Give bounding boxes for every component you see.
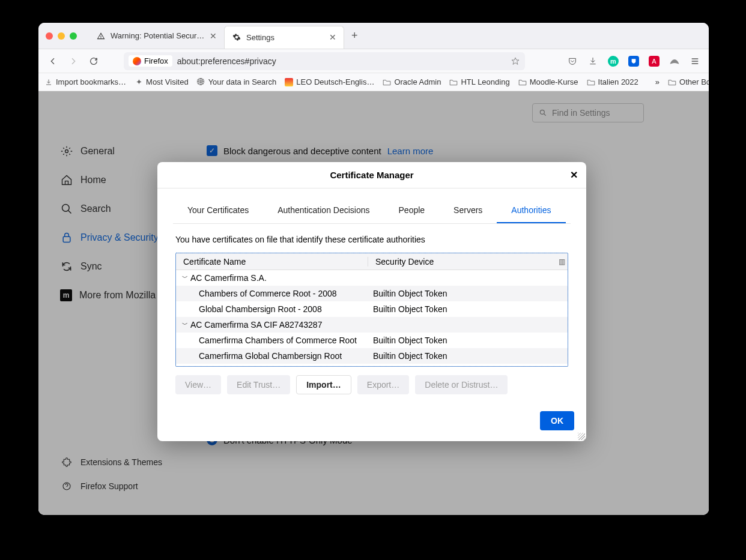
extension-bitwarden-icon[interactable] (626, 53, 641, 69)
bookmark-label: HTL Leonding (461, 77, 509, 86)
titlebar: Warning: Potential Security Risk ✕ Setti… (38, 23, 709, 49)
cert-name: Global Chambersign Root - 2008 (199, 304, 322, 314)
close-tab-icon[interactable]: ✕ (329, 32, 336, 42)
folder-icon (587, 78, 595, 86)
import-button[interactable]: Import… (296, 375, 351, 394)
tab-authorities[interactable]: Authorities (497, 198, 565, 223)
delete-button[interactable]: Delete or Distrust… (415, 375, 508, 394)
navigation-bar: Firefox about:preferences#privacy m A (38, 49, 709, 73)
extension-angular-icon[interactable]: A (646, 53, 662, 69)
column-picker-icon[interactable]: ▥ (559, 257, 565, 266)
cert-row[interactable]: Camerfirma Chambers of Commerce Root Bui… (176, 333, 568, 348)
tab-auth-decisions[interactable]: Authentication Decisions (263, 198, 384, 223)
bookmark-most-visited[interactable]: ✦Most Visited (135, 77, 189, 86)
bookmark-label: Italien 2022 (598, 77, 638, 86)
account-icon[interactable]: m (605, 53, 621, 69)
bookmark-label: Most Visited (146, 77, 189, 86)
firefox-badge: Firefox (129, 55, 172, 67)
url-bar[interactable]: Firefox about:preferences#privacy (124, 52, 525, 70)
bookmark-moodle[interactable]: Moodle-Kurse (518, 77, 578, 86)
close-window-button[interactable] (46, 32, 53, 40)
certificate-manager-dialog: Certificate Manager ✕ Your Certificates … (157, 162, 586, 441)
dialog-actions: View… Edit Trust… Import… Export… Delete… (175, 367, 568, 394)
edit-trust-button[interactable]: Edit Trust… (227, 375, 290, 394)
cert-device: Builtin Object Token (373, 351, 447, 361)
new-tab-button[interactable]: + (344, 29, 365, 42)
bookmark-label: Moodle-Kurse (530, 77, 578, 86)
bookmark-label: Other Bookmarks (679, 77, 709, 86)
tab-people[interactable]: People (384, 198, 440, 223)
certificate-table: Certificate Name Security Device ▥ ﹀AC C… (175, 253, 568, 367)
bookmarks-bar: Import bookmarks… ✦Most Visited 🌐︎Your d… (38, 73, 709, 91)
import-icon (44, 78, 53, 86)
other-bookmarks[interactable]: Other Bookmarks (668, 77, 709, 86)
globe-icon: 🌐︎ (197, 78, 205, 86)
tab-settings[interactable]: Settings ✕ (224, 26, 344, 49)
cert-group-row[interactable]: ﹀AC Camerfirma S.A. (176, 270, 568, 286)
cert-name: Camerfirma Chambers of Commerce Root (199, 336, 357, 345)
tab-servers[interactable]: Servers (439, 198, 497, 223)
ok-button[interactable]: OK (540, 411, 574, 430)
menu-button[interactable] (687, 53, 703, 69)
bookmarks-overflow[interactable]: » (655, 77, 660, 86)
resize-handle-icon[interactable] (578, 433, 585, 440)
bookmark-star-icon[interactable] (511, 56, 520, 66)
gear-icon (232, 32, 241, 42)
chevron-right-icon: » (655, 77, 660, 86)
maximize-window-button[interactable] (70, 32, 77, 40)
bookmark-import[interactable]: Import bookmarks… (44, 77, 126, 86)
leo-icon (285, 78, 293, 86)
tab-your-certs[interactable]: Your Certificates (173, 198, 263, 223)
window-controls (46, 32, 77, 40)
cert-name: AC Camerfirma S.A. (190, 273, 267, 283)
url-text: about:preferences#privacy (177, 56, 276, 66)
cert-name: AC Camerfirma SA CIF A82743287 (190, 320, 322, 330)
chevron-down-icon[interactable]: ﹀ (181, 274, 189, 282)
warning-icon (96, 31, 106, 41)
bookmark-label: Oracle Admin (394, 77, 441, 86)
cert-group-row[interactable]: ﹀AC Camerfirma SA CIF A82743287 (176, 317, 568, 333)
bookmark-htl[interactable]: HTL Leonding (449, 77, 509, 86)
bookmark-your-data[interactable]: 🌐︎Your data in Search (197, 77, 277, 86)
badge-label: Firefox (144, 56, 168, 65)
dialog-footer: OK (157, 402, 586, 441)
dialog-tabs: Your Certificates Authentication Decisio… (173, 198, 571, 224)
cert-row[interactable]: Camerfirma Global Chambersign Root Built… (176, 348, 568, 364)
table-body[interactable]: ﹀AC Camerfirma S.A. Chambers of Commerce… (176, 270, 568, 366)
close-tab-icon[interactable]: ✕ (210, 31, 217, 41)
bookmark-label: Your data in Search (208, 77, 277, 86)
back-button[interactable] (44, 53, 61, 70)
bookmark-leo[interactable]: LEO Deutsch-Englis… (285, 77, 374, 86)
gear-icon: ✦ (135, 78, 143, 86)
tab-label: Settings (246, 33, 324, 42)
chevron-down-icon[interactable]: ﹀ (181, 321, 189, 329)
bookmark-italien[interactable]: Italien 2022 (587, 77, 638, 86)
cert-device: Builtin Object Token (373, 304, 447, 314)
bookmark-label: LEO Deutsch-Englis… (296, 77, 374, 86)
cert-device: Builtin Object Token (373, 336, 447, 345)
extension-icon[interactable] (667, 53, 682, 69)
folder-icon (668, 78, 676, 86)
bookmark-oracle[interactable]: Oracle Admin (383, 77, 441, 86)
close-dialog-button[interactable]: ✕ (570, 169, 578, 181)
cert-row[interactable]: Chambers of Commerce Root - 2008 Builtin… (176, 286, 568, 301)
export-button[interactable]: Export… (357, 375, 409, 394)
browser-window: Warning: Potential Security Risk ✕ Setti… (38, 23, 709, 515)
firefox-logo-icon (133, 57, 141, 65)
folder-icon (518, 78, 527, 86)
cert-name: Chambers of Commerce Root - 2008 (199, 289, 337, 298)
forward-button[interactable] (65, 53, 82, 70)
dialog-header: Certificate Manager ✕ (157, 162, 586, 188)
dialog-body: You have certificates on file that ident… (157, 224, 586, 402)
view-button[interactable]: View… (175, 375, 221, 394)
column-header-name[interactable]: Certificate Name (176, 257, 368, 266)
cert-row[interactable]: Global Chambersign Root - 2008 Builtin O… (176, 301, 568, 317)
column-header-device[interactable]: Security Device (368, 257, 568, 266)
tab-warning[interactable]: Warning: Potential Security Risk ✕ (89, 25, 224, 47)
minimize-window-button[interactable] (58, 32, 65, 40)
pocket-icon[interactable] (565, 53, 580, 69)
reload-button[interactable] (85, 53, 102, 70)
folder-icon (449, 78, 458, 86)
toolbar-icons: m A (565, 53, 703, 69)
download-icon[interactable] (585, 53, 601, 69)
